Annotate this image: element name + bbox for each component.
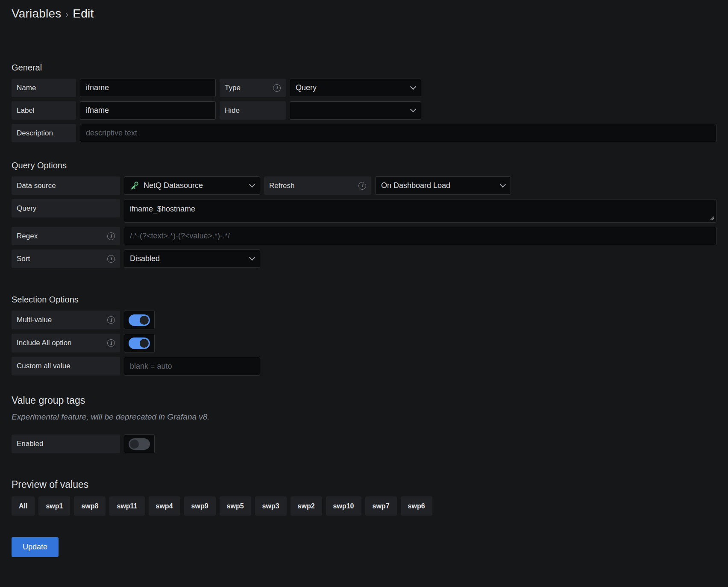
breadcrumb-variables[interactable]: Variables [12,7,61,21]
description-row: Description [12,124,716,142]
query-options-heading: Query Options [12,161,716,170]
refresh-select-value: On Dashboard Load [381,181,450,190]
regex-info-icon[interactable] [107,232,115,240]
value-group-tags-note: Experimental feature, will be deprecated… [12,412,716,422]
label-hide-row: Label Hide [12,101,716,120]
chevron-down-icon [249,182,255,188]
selection-options-heading: Selection Options [12,295,716,305]
refresh-select[interactable]: On Dashboard Load [375,176,511,195]
preview-value-chip: swp11 [109,496,144,516]
regex-input[interactable] [124,227,716,245]
type-label: Type [220,79,286,97]
chevron-down-icon [410,106,416,112]
preview-heading: Preview of values [12,479,716,490]
breadcrumb: Variables › Edit [12,7,716,21]
multi-value-toggle[interactable] [124,311,155,329]
toggle-knob [140,316,149,325]
preview-value-chip: swp8 [74,496,106,516]
custom-all-input[interactable] [124,357,260,376]
sort-select[interactable]: Disabled [124,249,260,268]
description-label: Description [12,124,76,142]
breadcrumb-separator-icon: › [65,8,68,19]
general-heading: General [12,63,716,73]
include-all-label: Include All option [12,334,120,352]
hide-label: Hide [220,101,286,120]
preview-value-chip: swp1 [38,496,70,516]
preview-value-chip: swp6 [401,496,432,516]
multi-value-info-icon[interactable] [107,316,115,324]
datasource-select-value: NetQ Datasource [144,181,203,190]
enabled-row: Enabled [12,434,716,453]
sort-label: Sort [12,249,120,268]
refresh-label: Refresh [264,176,371,195]
preview-value-chip: swp9 [184,496,216,516]
enabled-toggle[interactable] [124,434,155,453]
label-label: Label [12,101,76,120]
multi-value-label: Multi-value [12,311,120,329]
type-select-value: Query [296,83,317,92]
preview-value-chip: swp3 [255,496,287,516]
preview-value-chip: swp5 [220,496,251,516]
custom-all-row: Custom all value [12,357,716,376]
chevron-down-icon [500,182,506,188]
update-button[interactable]: Update [12,537,59,557]
include-all-toggle[interactable] [124,334,155,352]
preview-values: Allswp1swp8swp11swp4swp9swp5swp3swp2swp1… [12,496,716,516]
sort-select-value: Disabled [130,254,160,263]
name-label: Name [12,79,76,97]
chevron-down-icon [410,84,416,90]
toggle-knob [140,339,149,348]
query-row: Query ifname_$hostname [12,199,716,223]
name-input[interactable] [80,79,216,97]
datasource-refresh-row: Data source NetQ Datasource Refresh On D… [12,176,716,195]
query-label: Query [12,199,120,217]
custom-all-label: Custom all value [12,357,120,376]
refresh-info-icon[interactable] [358,182,366,190]
datasource-label: Data source [12,176,120,195]
datasource-select[interactable]: NetQ Datasource [124,176,260,195]
include-all-info-icon[interactable] [107,339,115,347]
description-input[interactable] [80,124,716,142]
query-input[interactable]: ifname_$hostname [124,199,716,223]
multi-value-row: Multi-value [12,311,716,329]
netq-datasource-logo-icon [130,181,139,191]
toggle-knob [130,440,139,449]
value-group-tags-heading: Value group tags [12,395,716,406]
type-select[interactable]: Query [290,79,421,97]
include-all-row: Include All option [12,334,716,352]
query-input-value: ifname_$hostname [130,205,195,213]
resize-grip-icon[interactable] [709,215,715,221]
enabled-label: Enabled [12,434,120,453]
preview-value-chip: swp7 [365,496,397,516]
preview-value-chip: swp4 [149,496,180,516]
preview-value-chip: All [12,496,35,516]
toggle-track [129,338,150,349]
label-input[interactable] [80,101,216,120]
type-info-icon[interactable] [273,84,281,92]
toggle-track [129,314,150,326]
preview-value-chip: swp10 [326,496,361,516]
variables-edit-page: Variables › Edit General Name Type Query… [0,0,728,569]
breadcrumb-edit: Edit [73,7,94,21]
regex-label: Regex [12,227,120,245]
name-type-row: Name Type Query [12,79,716,97]
chevron-down-icon [249,255,255,261]
preview-value-chip: swp2 [291,496,322,516]
sort-info-icon[interactable] [107,255,115,263]
sort-row: Sort Disabled [12,249,716,268]
hide-select[interactable] [290,101,421,120]
regex-row: Regex [12,227,716,245]
toggle-track [129,438,150,450]
